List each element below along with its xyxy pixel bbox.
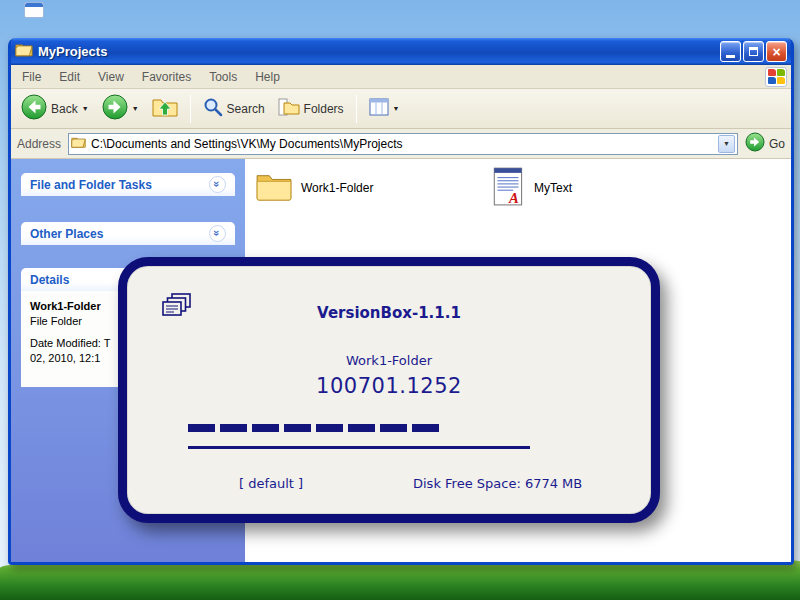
dialog-title: VersionBox-1.1.1: [127, 304, 651, 322]
back-dropdown-icon[interactable]: ▼: [82, 105, 89, 112]
chevron-double-icon[interactable]: »: [209, 225, 226, 242]
folders-button[interactable]: Folders: [274, 96, 348, 121]
desktop: MyProjects × File Edit View Favorites To…: [0, 0, 800, 600]
dialog-disk-free: Disk Free Space: 6774 MB: [413, 476, 582, 491]
progress-segment: [380, 424, 407, 432]
progress-segment: [412, 424, 439, 432]
search-icon: [203, 97, 223, 120]
back-button[interactable]: Back ▼: [17, 92, 93, 125]
file-name: Work1-Folder: [301, 181, 373, 195]
menu-item-view[interactable]: View: [89, 67, 133, 87]
forward-button[interactable]: ▼: [98, 92, 143, 125]
maximize-button[interactable]: [743, 41, 764, 62]
minimize-button[interactable]: [720, 41, 741, 62]
folders-label: Folders: [304, 102, 344, 116]
address-combobox[interactable]: C:\Documents and Settings\VK\My Document…: [68, 133, 738, 155]
svg-text:A: A: [508, 190, 519, 206]
address-path[interactable]: C:\Documents and Settings\VK\My Document…: [91, 137, 713, 151]
menu-item-file[interactable]: File: [13, 67, 50, 87]
windows-logo-icon: [765, 67, 787, 87]
menu-item-tools[interactable]: Tools: [200, 67, 246, 87]
address-folder-icon: [71, 136, 86, 151]
window-folder-icon: [15, 42, 33, 61]
toolbar-separator: [356, 95, 357, 123]
dialog-progress: [188, 424, 439, 432]
close-button[interactable]: ×: [766, 41, 787, 62]
toolbar: Back ▼ ▼: [11, 89, 791, 129]
search-label: Search: [227, 102, 265, 116]
maximize-icon: [749, 47, 758, 56]
dialog-progress-track: [188, 446, 530, 449]
forward-dropdown-icon[interactable]: ▼: [132, 105, 139, 112]
menu-item-favorites[interactable]: Favorites: [133, 67, 200, 87]
progress-segment: [348, 424, 375, 432]
menu-bar: File Edit View Favorites Tools Help: [11, 65, 791, 89]
back-icon: [21, 94, 47, 123]
progress-segment: [220, 424, 247, 432]
folder-icon: [255, 171, 293, 204]
go-button[interactable]: Go: [745, 132, 785, 155]
text-document-icon: A: [492, 165, 526, 210]
address-label: Address: [17, 137, 61, 151]
close-icon: ×: [772, 45, 780, 59]
address-dropdown-button[interactable]: ▼: [718, 135, 735, 153]
versionbox-dialog[interactable]: VersionBox-1.1.1 Work1-Folder 100701.125…: [118, 257, 660, 523]
address-bar: Address C:\Documents and Settings\VK\My …: [11, 129, 791, 159]
file-name: MyText: [534, 181, 572, 195]
window-title: MyProjects: [38, 44, 107, 59]
up-button[interactable]: [148, 94, 182, 123]
progress-segment: [188, 424, 215, 432]
file-tile-work1-folder[interactable]: Work1-Folder: [255, 171, 373, 204]
go-icon: [745, 132, 765, 155]
minimize-icon: [726, 55, 735, 58]
up-folder-icon: [152, 96, 178, 121]
dialog-default-label: [ default ]: [239, 476, 303, 491]
views-button[interactable]: ▼: [365, 96, 404, 121]
section-other-places[interactable]: Other Places »: [21, 222, 235, 245]
forward-icon: [102, 94, 128, 123]
go-label: Go: [769, 137, 785, 151]
desktop-shortcut-icon[interactable]: [24, 2, 44, 18]
search-button[interactable]: Search: [199, 95, 269, 122]
section-title: Other Places: [30, 227, 103, 241]
section-file-folder-tasks[interactable]: File and Folder Tasks »: [21, 173, 235, 196]
progress-segment: [284, 424, 311, 432]
toolbar-separator: [190, 95, 191, 123]
progress-segment: [252, 424, 279, 432]
chevron-down-icon: ▼: [723, 140, 730, 147]
views-icon: [369, 98, 389, 119]
dialog-version-number: 100701.1252: [127, 374, 651, 398]
menu-item-help[interactable]: Help: [246, 67, 289, 87]
section-title: File and Folder Tasks: [30, 178, 152, 192]
section-title: Details: [30, 273, 69, 287]
dialog-item-name: Work1-Folder: [127, 353, 651, 368]
titlebar[interactable]: MyProjects ×: [11, 38, 791, 65]
chevron-double-icon[interactable]: »: [209, 176, 226, 193]
file-tile-mytext[interactable]: A MyText: [492, 165, 572, 210]
back-label: Back: [51, 102, 78, 116]
progress-segment: [316, 424, 343, 432]
views-dropdown-icon[interactable]: ▼: [393, 105, 400, 112]
menu-item-edit[interactable]: Edit: [50, 67, 89, 87]
folders-icon: [278, 98, 300, 119]
